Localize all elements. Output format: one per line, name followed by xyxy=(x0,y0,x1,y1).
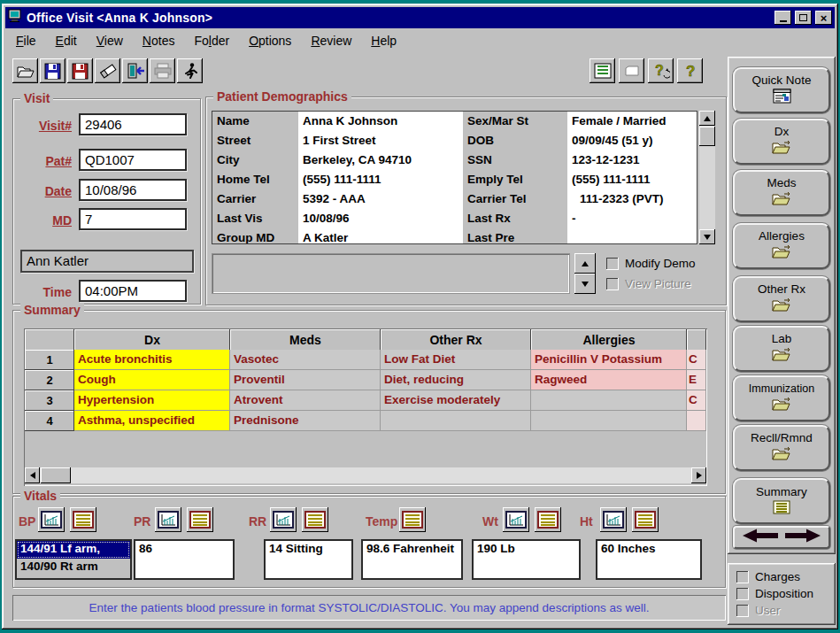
ht-graph-icon[interactable] xyxy=(600,507,627,532)
visit-number-field[interactable]: 29406 xyxy=(79,113,187,135)
temp-field[interactable]: 98.6 Fahrenheit xyxy=(361,539,463,580)
ht-list-icon[interactable] xyxy=(632,507,659,532)
menu-options[interactable]: Options xyxy=(240,32,300,50)
wt-field[interactable]: 190 Lb xyxy=(472,539,581,580)
menu-notes[interactable]: Notes xyxy=(134,32,184,50)
demographics-note-box[interactable] xyxy=(212,253,570,294)
help-button[interactable]: ? xyxy=(677,58,703,83)
notes-list-button[interactable] xyxy=(590,58,615,83)
checkbox-icon[interactable] xyxy=(736,588,749,600)
pr-graph-icon[interactable] xyxy=(155,507,181,532)
checkbox-icon[interactable] xyxy=(606,258,619,270)
meds-cell[interactable]: Vasotec xyxy=(230,350,381,370)
rr-graph-icon[interactable] xyxy=(270,507,297,532)
pr-list-icon[interactable] xyxy=(187,507,213,532)
close-button[interactable]: × xyxy=(815,11,832,25)
row-number[interactable]: 1 xyxy=(25,350,74,370)
row-number[interactable]: 2 xyxy=(25,370,74,390)
menu-view[interactable]: View xyxy=(88,32,132,50)
patient-number-field[interactable]: QD1007 xyxy=(79,149,187,171)
partial-cell[interactable]: C xyxy=(687,390,706,411)
modify-demo-checkbox[interactable]: Modify Demo xyxy=(606,257,696,270)
scroll-down-icon[interactable] xyxy=(699,229,715,244)
patient-number-label[interactable]: Pat# xyxy=(17,154,72,168)
other-rx-cell[interactable]: Diet, reducing xyxy=(381,370,531,390)
summary-hscrollbar[interactable] xyxy=(25,467,706,483)
rr-field[interactable]: 14 Sitting xyxy=(264,539,353,580)
context-help-button[interactable]: ? xyxy=(648,58,674,83)
scroll-thumb[interactable] xyxy=(699,127,715,146)
other-rx-cell[interactable]: Exercise moderately xyxy=(381,390,531,411)
partial-cell[interactable]: C xyxy=(687,350,706,370)
scroll-left-icon[interactable] xyxy=(25,467,40,483)
visit-number-label[interactable]: Visit# xyxy=(17,119,72,133)
run-button[interactable] xyxy=(177,58,203,83)
demographics-scrollbar[interactable] xyxy=(699,111,715,244)
time-field[interactable]: 04:00PM xyxy=(79,280,187,302)
dx-cell[interactable]: Cough xyxy=(74,370,230,390)
save-button[interactable] xyxy=(40,58,66,83)
folder-icon xyxy=(771,191,792,210)
partial-cell[interactable] xyxy=(687,411,706,431)
row-number[interactable]: 4 xyxy=(25,411,74,431)
dx-cell[interactable]: Hypertension xyxy=(74,390,230,411)
demographics-grid[interactable]: NameAnna K JohnsonSex/Mar StFemale / Mar… xyxy=(212,111,697,244)
allergies-cell[interactable]: Ragweed xyxy=(531,370,687,390)
disposition-checkbox[interactable]: Disposition xyxy=(736,587,813,600)
other-rx-cell[interactable]: Low Fat Diet xyxy=(381,350,531,370)
restore-button[interactable] xyxy=(795,11,812,25)
spinner-up-button[interactable] xyxy=(574,253,596,274)
rr-list-icon[interactable] xyxy=(302,507,328,532)
meds-cell[interactable]: Proventil xyxy=(230,370,381,390)
scroll-thumb[interactable] xyxy=(41,467,71,483)
menu-help[interactable]: Help xyxy=(362,32,405,50)
bp-list-icon[interactable] xyxy=(70,507,96,532)
date-field[interactable]: 10/08/96 xyxy=(79,179,187,201)
charges-checkbox[interactable]: Charges xyxy=(736,570,800,583)
menu-file[interactable]: File xyxy=(7,32,45,50)
meds-cell[interactable]: Atrovent xyxy=(230,390,381,411)
md-field[interactable]: 7 xyxy=(79,208,187,230)
ht-field[interactable]: 60 Inches xyxy=(596,539,702,580)
sidebar-button-lab[interactable]: Lab xyxy=(733,326,830,372)
bp-field[interactable]: 144/91 Lf arm, 140/90 Rt arm xyxy=(15,539,132,580)
sidebar-button-recall-remind[interactable]: Recll/Rmnd xyxy=(733,425,830,471)
bp-graph-icon[interactable] xyxy=(38,507,65,532)
dx-cell[interactable]: Acute bronchitis xyxy=(74,350,230,370)
exit-button[interactable] xyxy=(122,58,148,83)
allergies-cell[interactable] xyxy=(531,390,687,411)
menu-folder[interactable]: Folder xyxy=(185,32,238,50)
dx-cell[interactable]: Asthma, unspecified xyxy=(74,411,230,431)
sidebar-button-dx[interactable]: Dx xyxy=(733,119,830,165)
open-folder-button[interactable] xyxy=(12,58,38,83)
md-label[interactable]: MD xyxy=(17,213,72,228)
new-card-button[interactable] xyxy=(619,58,644,83)
allergies-cell[interactable]: Penicillin V Potassium xyxy=(531,350,687,370)
other-rx-cell[interactable] xyxy=(381,411,531,431)
partial-cell[interactable]: E xyxy=(687,370,706,390)
sidebar-button-quick-note[interactable]: Quick Note xyxy=(733,67,830,113)
wt-list-icon[interactable] xyxy=(535,507,561,532)
row-number[interactable]: 3 xyxy=(25,390,74,411)
date-label[interactable]: Date xyxy=(17,184,72,198)
sidebar-button-other-rx[interactable]: Other Rx xyxy=(733,276,830,322)
spinner-down-button[interactable] xyxy=(574,274,596,294)
minimize-button[interactable] xyxy=(774,11,791,25)
eraser-button[interactable] xyxy=(95,58,120,83)
sidebar-button-meds[interactable]: Meds xyxy=(733,170,830,216)
menu-edit[interactable]: Edit xyxy=(47,32,86,50)
checkbox-icon[interactable] xyxy=(736,571,749,583)
sidebar-button-immunization[interactable]: Immunization xyxy=(733,375,830,421)
scroll-up-icon[interactable] xyxy=(699,111,715,126)
scroll-right-icon[interactable] xyxy=(691,467,706,483)
meds-cell[interactable]: Prednisone xyxy=(230,411,381,431)
sidebar-button-allergies[interactable]: Allergies xyxy=(733,223,830,269)
prev-next-button[interactable] xyxy=(733,526,830,549)
menu-review[interactable]: Review xyxy=(302,32,360,50)
temp-list-icon[interactable] xyxy=(399,507,426,532)
allergies-cell[interactable] xyxy=(531,411,687,431)
sidebar-button-summary[interactable]: Summary xyxy=(733,478,830,524)
save-as-button[interactable] xyxy=(67,58,93,83)
pr-field[interactable]: 86 xyxy=(134,539,235,580)
wt-graph-icon[interactable] xyxy=(503,507,529,532)
